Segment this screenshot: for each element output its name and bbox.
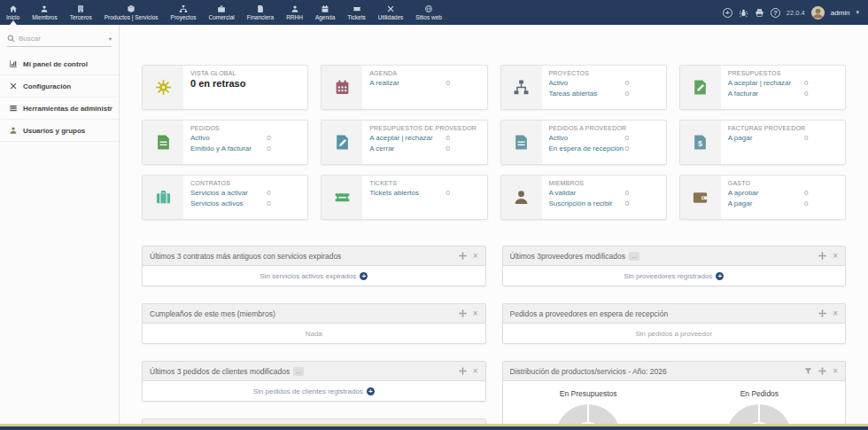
globe-icon — [424, 4, 433, 13]
nav-item-proyectos[interactable]: Proyectos — [165, 0, 203, 25]
quick-add-icon[interactable]: + — [723, 8, 732, 18]
move-icon[interactable] — [818, 252, 826, 260]
kpi-pedidos: PEDIDOS Activo0 Emitido y A facturar0 — [142, 120, 308, 165]
kpi-link[interactable]: A aceptar | rechazar — [728, 78, 804, 89]
nav-item-rrhh[interactable]: RRHH — [280, 0, 309, 25]
sun-icon — [155, 79, 172, 96]
move-icon[interactable] — [459, 367, 467, 375]
add-icon[interactable]: + — [367, 387, 375, 395]
print-icon[interactable] — [755, 8, 764, 18]
kpi-link[interactable]: A aceptar | rechazar — [369, 133, 446, 144]
kpi-link[interactable]: Emitido y A facturar — [190, 144, 267, 154]
close-icon[interactable]: × — [473, 252, 478, 260]
kpi-value: 0 — [625, 89, 659, 99]
widget-title: Pedidos a proveedores en espera de recep… — [510, 309, 669, 318]
close-icon[interactable]: × — [833, 309, 838, 317]
close-icon[interactable]: × — [473, 309, 478, 317]
nav-item-terceros[interactable]: Terceros — [64, 0, 98, 25]
kpi-link[interactable]: A facturar — [728, 89, 804, 99]
close-icon[interactable]: × — [473, 367, 478, 375]
kpi-link[interactable]: En espera de recepción — [549, 144, 625, 154]
search-dropdown-icon[interactable]: ▾ — [109, 35, 112, 43]
nav-item-utilidades[interactable]: Utilidades — [372, 0, 410, 25]
avatar[interactable] — [811, 6, 825, 20]
sitemap-icon — [179, 4, 188, 13]
kpi-value: 0 — [625, 78, 659, 89]
kpi-link[interactable]: Suscripción a recibir — [549, 199, 625, 209]
user-menu[interactable]: admin — [831, 9, 850, 17]
kpi-title: CONTRATOS — [190, 180, 300, 186]
kpi-grid: VISTA GLOBAL 0 en retraso AGENDA A reali… — [142, 65, 846, 220]
nav-item-agenda[interactable]: Agenda — [309, 0, 341, 25]
calendar-icon — [334, 79, 351, 96]
kpi-value: 0 — [625, 133, 659, 144]
nav-item-financiera[interactable]: Financiera — [241, 0, 280, 25]
nav-item-miembros[interactable]: Miembros — [26, 0, 64, 25]
nav-item-sitios-web[interactable]: Sitios web — [409, 0, 448, 25]
close-icon[interactable]: × — [833, 367, 838, 375]
kpi-link[interactable]: Activo — [190, 133, 267, 144]
kpi-link[interactable]: A realizar — [369, 78, 446, 89]
kpi-link[interactable]: A cerrar — [369, 144, 446, 154]
kpi-value: 0 — [446, 78, 480, 89]
sidebar-search: ▾ — [7, 35, 112, 47]
nav-item-comercial[interactable]: Comercial — [203, 0, 241, 25]
kpi-facturas-proveedor: $ FACTURAS PROVEEDOR A pagar0 — [679, 120, 846, 165]
order-file-icon — [155, 134, 172, 151]
ellipsis-badge[interactable]: ... — [293, 367, 304, 376]
add-icon[interactable]: + — [716, 272, 724, 280]
filter-icon[interactable] — [804, 367, 812, 375]
kpi-link[interactable]: A pagar — [728, 133, 804, 144]
kpi-value: 0 — [804, 188, 838, 199]
kpi-link[interactable]: Activo — [549, 78, 625, 89]
ticket-icon — [334, 189, 351, 206]
help-icon[interactable]: ? — [771, 8, 780, 18]
nav-item-inicio[interactable]: Inicio — [0, 0, 26, 25]
ellipsis-badge[interactable]: ... — [629, 252, 639, 261]
kpi-link[interactable]: Activo — [549, 133, 625, 144]
move-icon[interactable] — [818, 367, 826, 375]
kpi-link[interactable]: Servicios a activar — [190, 188, 267, 199]
kpi-link[interactable]: Tickets abiertos — [369, 188, 446, 199]
kpi-value: 0 — [267, 199, 300, 209]
kpi-link[interactable]: Servicios activos — [190, 199, 267, 209]
kpi-link[interactable]: Tareas abiertas — [549, 89, 625, 99]
widget-pedidos-proveedores-espera: Pedidos a proveedores en espera de recep… — [502, 303, 847, 344]
user-tie-icon — [291, 4, 299, 13]
sidebar-item-configuracion[interactable]: Configuración — [0, 75, 119, 98]
nav-label: Inicio — [6, 14, 19, 20]
sidebar-item-label: Usuarios y grupos — [23, 127, 85, 135]
kpi-value: 0 — [446, 144, 480, 154]
nav-label: Terceros — [70, 14, 92, 20]
sitemap-icon — [513, 79, 530, 96]
nav-item-productos-servicios[interactable]: Productos | Servicios — [98, 0, 165, 25]
sidebar-item-dashboard[interactable]: Mi panel de control — [0, 53, 119, 75]
close-icon[interactable]: × — [833, 252, 838, 260]
kpi-value: 0 — [804, 78, 838, 89]
widget-empty-link[interactable]: Sin pedidos de clientes registrados — [253, 387, 363, 395]
sidebar-item-usuarios[interactable]: Usuarios y grupos — [0, 120, 119, 142]
donut-title-presupuestos: En Presupuestos — [560, 389, 617, 398]
widget-empty-link[interactable]: Sin servicios activos expirados — [260, 272, 356, 280]
bug-icon[interactable] — [739, 8, 748, 18]
wallet-icon — [692, 189, 709, 206]
widget-title: Últimos 3 pedidos de clientes modificado… — [150, 367, 290, 376]
chevron-down-icon[interactable]: ▾ — [856, 9, 859, 16]
kpi-title: VISTA GLOBAL — [190, 70, 300, 76]
kpi-title: AGENDA — [369, 70, 479, 76]
kpi-title: PROYECTOS — [549, 70, 659, 76]
kpi-link[interactable]: A pagar — [728, 199, 804, 209]
move-icon[interactable] — [459, 252, 467, 260]
move-icon[interactable] — [818, 309, 826, 317]
add-icon[interactable]: + — [360, 272, 368, 280]
kpi-value: 0 — [446, 188, 480, 199]
kpi-link[interactable]: A aprobar — [728, 188, 804, 199]
widget-empty-link[interactable]: Sin proveedores registrados — [624, 272, 712, 280]
kpi-link[interactable]: A validar — [549, 188, 625, 199]
kpi-gasto: GASTO A aprobar0 A pagar0 — [679, 175, 846, 220]
search-input[interactable] — [19, 35, 95, 43]
nav-label: RRHH — [286, 14, 303, 20]
move-icon[interactable] — [459, 309, 467, 317]
sidebar-item-herramientas[interactable]: Herramientas de administr — [0, 98, 119, 120]
nav-item-tickets[interactable]: Tickets — [341, 0, 371, 25]
